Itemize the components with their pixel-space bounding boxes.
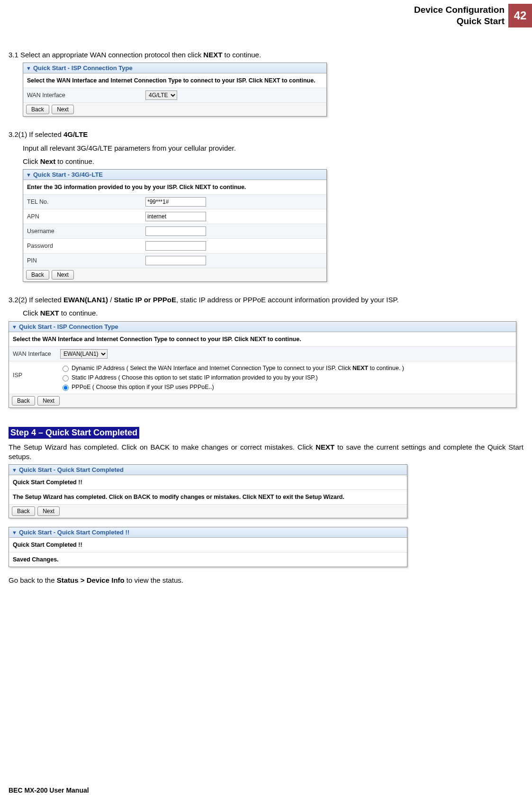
radio-static-ip[interactable] bbox=[63, 375, 69, 381]
wan-interface-label: WAN Interface bbox=[27, 92, 145, 99]
panel-quick-start-completed-2: ▼Quick Start - Quick Start Completed !! … bbox=[9, 527, 407, 567]
password-label: Password bbox=[27, 243, 145, 249]
chevron-down-icon: ▼ bbox=[12, 530, 17, 535]
back-button[interactable]: Back bbox=[26, 270, 49, 280]
instruction-row: Select the WAN Interface and Internet Co… bbox=[23, 73, 326, 88]
step-3-1-text: 3.1 Select an appropriate WAN connection… bbox=[9, 50, 523, 60]
closing-text: Go back to the Status > Device Info to v… bbox=[9, 576, 523, 585]
isp-option-dynamic[interactable]: Dynamic IP Address ( Select the WAN Inte… bbox=[60, 363, 512, 373]
chevron-down-icon: ▼ bbox=[26, 65, 31, 71]
completed-line2: Saved Changes. bbox=[9, 552, 407, 567]
step-4-paragraph: The Setup Wizard has completed. Click on… bbox=[9, 443, 523, 462]
radio-dynamic-ip[interactable] bbox=[63, 366, 69, 372]
next-button[interactable]: Next bbox=[37, 396, 60, 406]
username-label: Username bbox=[27, 228, 145, 235]
chevron-down-icon: ▼ bbox=[26, 172, 31, 178]
page-header: Device Configuration Quick Start 42 bbox=[0, 0, 532, 27]
tel-input[interactable] bbox=[145, 197, 206, 207]
back-button[interactable]: Back bbox=[26, 105, 49, 114]
chevron-down-icon: ▼ bbox=[12, 324, 17, 330]
header-line1: Device Configuration bbox=[414, 4, 505, 16]
apn-label: APN bbox=[27, 213, 145, 220]
next-button[interactable]: Next bbox=[52, 105, 74, 114]
chevron-down-icon: ▼ bbox=[12, 467, 17, 473]
panel-isp-connection-1: ▼Quick Start - ISP Connection Type Selec… bbox=[23, 63, 327, 117]
apn-input[interactable] bbox=[145, 212, 206, 221]
step-3-2-1-heading: 3.2(1) If selected 4G/LTE bbox=[9, 130, 523, 139]
pin-label: PIN bbox=[27, 257, 145, 264]
radio-pppoe[interactable] bbox=[63, 385, 69, 391]
completed-line2: The Setup Wizard has completed. Click on… bbox=[9, 490, 407, 505]
instruction-row: Enter the 3G information provided to you… bbox=[23, 180, 326, 195]
wan-interface-row: WAN Interface 4G/LTE bbox=[23, 88, 326, 103]
isp-option-static[interactable]: Static IP Address ( Choose this option t… bbox=[60, 373, 512, 382]
back-button[interactable]: Back bbox=[12, 506, 35, 516]
tel-label: TEL No. bbox=[27, 199, 145, 205]
panel-3g-4g-lte: ▼Quick Start - 3G/4G-LTE Enter the 3G in… bbox=[23, 169, 327, 282]
panel-header: ▼Quick Start - Quick Start Completed bbox=[9, 465, 407, 475]
header-line2: Quick Start bbox=[414, 16, 505, 27]
panel-header: ▼Quick Start - 3G/4G-LTE bbox=[23, 170, 326, 180]
step-3-2-1-line2: Click Next to continue. bbox=[23, 157, 523, 166]
page-number-badge: 42 bbox=[508, 4, 532, 27]
next-button[interactable]: Next bbox=[52, 270, 74, 280]
step-4-banner: Step 4 – Quick Start Completed bbox=[9, 427, 139, 439]
isp-label: ISP bbox=[13, 363, 60, 379]
password-input[interactable] bbox=[145, 241, 206, 251]
isp-option-pppoe[interactable]: PPPoE ( Choose this option if your ISP u… bbox=[60, 382, 512, 392]
username-input[interactable] bbox=[145, 226, 206, 236]
completed-line1: Quick Start Completed !! bbox=[9, 475, 407, 490]
completed-line1: Quick Start Completed !! bbox=[9, 538, 407, 552]
header-title-block: Device Configuration Quick Start bbox=[414, 4, 505, 27]
panel-isp-connection-2: ▼Quick Start - ISP Connection Type Selec… bbox=[9, 321, 516, 408]
instruction-row: Select the WAN Interface and Internet Co… bbox=[9, 332, 516, 347]
wan-interface-select[interactable]: EWAN(LAN1) bbox=[60, 349, 108, 359]
step-3-2-1-line1: Input all relevant 3G/4G/LTE parameters … bbox=[23, 144, 523, 153]
panel-quick-start-completed-1: ▼Quick Start - Quick Start Completed Qui… bbox=[9, 464, 407, 518]
panel-header: ▼Quick Start - ISP Connection Type bbox=[9, 322, 516, 332]
panel-header: ▼Quick Start - Quick Start Completed !! bbox=[9, 527, 407, 538]
back-button[interactable]: Back bbox=[12, 396, 35, 406]
next-button[interactable]: Next bbox=[37, 506, 60, 516]
wan-interface-label: WAN Interface bbox=[13, 351, 60, 357]
step-3-2-2-line2: Click NEXT to continue. bbox=[23, 308, 523, 318]
panel-header: ▼Quick Start - ISP Connection Type bbox=[23, 63, 326, 73]
pin-input[interactable] bbox=[145, 256, 206, 265]
wan-interface-select[interactable]: 4G/LTE bbox=[145, 90, 177, 100]
step-3-2-2-heading: 3.2(2) If selected EWAN(LAN1) / Static I… bbox=[9, 295, 523, 305]
